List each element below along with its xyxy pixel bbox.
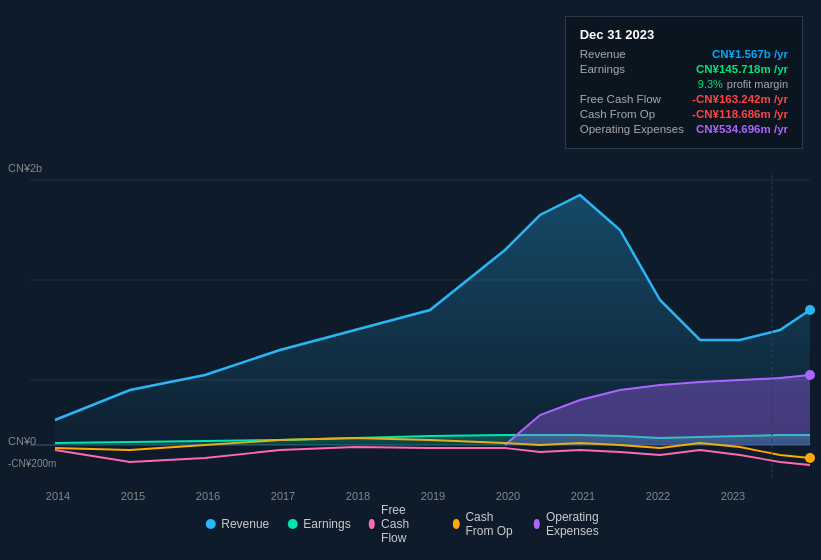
- legend-fcf[interactable]: Free Cash Flow: [369, 503, 435, 545]
- tooltip-profit-pct: 9.3%: [698, 78, 723, 90]
- tooltip-profit-label: profit margin: [727, 78, 788, 90]
- x-label-2015: 2015: [121, 490, 145, 502]
- x-label-2023: 2023: [721, 490, 745, 502]
- legend-opexp[interactable]: Operating Expenses: [534, 510, 616, 538]
- svg-point-7: [805, 305, 815, 315]
- tooltip-label-opexp: Operating Expenses: [580, 123, 684, 135]
- legend-dot-revenue: [205, 519, 215, 529]
- tooltip-label-earnings: Earnings: [580, 63, 625, 75]
- tooltip-label-cashfromop: Cash From Op: [580, 108, 655, 120]
- legend-revenue[interactable]: Revenue: [205, 517, 269, 531]
- svg-point-8: [805, 370, 815, 380]
- legend-cashfromop[interactable]: Cash From Op: [453, 510, 515, 538]
- x-label-2021: 2021: [571, 490, 595, 502]
- tooltip-value-fcf: -CN¥163.242m /yr: [692, 93, 788, 105]
- x-label-2014: 2014: [46, 490, 70, 502]
- tooltip-label-revenue: Revenue: [580, 48, 626, 60]
- chart-legend: Revenue Earnings Free Cash Flow Cash Fro…: [205, 503, 616, 545]
- y-label-neg: -CN¥200m: [8, 458, 56, 469]
- tooltip-row-opexp: Operating Expenses CN¥534.696m /yr: [580, 123, 788, 135]
- tooltip-box: Dec 31 2023 Revenue CN¥1.567b /yr Earnin…: [565, 16, 803, 149]
- tooltip-row-fcf: Free Cash Flow -CN¥163.242m /yr: [580, 93, 788, 105]
- x-label-2017: 2017: [271, 490, 295, 502]
- tooltip-value-revenue: CN¥1.567b /yr: [712, 48, 788, 60]
- x-label-2022: 2022: [646, 490, 670, 502]
- svg-point-9: [805, 453, 815, 463]
- legend-dot-opexp: [534, 519, 540, 529]
- legend-label-cashfromop: Cash From Op: [465, 510, 515, 538]
- legend-earnings[interactable]: Earnings: [287, 517, 350, 531]
- tooltip-row-cashfromop: Cash From Op -CN¥118.686m /yr: [580, 108, 788, 120]
- y-label-top: CN¥2b: [8, 162, 42, 174]
- x-label-2018: 2018: [346, 490, 370, 502]
- chart-container: CN¥2b CN¥0 -CN¥200m 2014 2015 2016 2017 …: [0, 0, 821, 560]
- tooltip-title: Dec 31 2023: [580, 27, 788, 42]
- tooltip-value-opexp: CN¥534.696m /yr: [696, 123, 788, 135]
- y-label-zero: CN¥0: [8, 435, 36, 447]
- x-label-2016: 2016: [196, 490, 220, 502]
- legend-dot-fcf: [369, 519, 375, 529]
- x-label-2019: 2019: [421, 490, 445, 502]
- tooltip-value-cashfromop: -CN¥118.686m /yr: [692, 108, 788, 120]
- legend-label-fcf: Free Cash Flow: [381, 503, 435, 545]
- legend-label-earnings: Earnings: [303, 517, 350, 531]
- legend-dot-cashfromop: [453, 519, 459, 529]
- x-label-2020: 2020: [496, 490, 520, 502]
- legend-label-opexp: Operating Expenses: [546, 510, 616, 538]
- tooltip-label-fcf: Free Cash Flow: [580, 93, 661, 105]
- legend-dot-earnings: [287, 519, 297, 529]
- legend-label-revenue: Revenue: [221, 517, 269, 531]
- tooltip-row-revenue: Revenue CN¥1.567b /yr: [580, 48, 788, 60]
- tooltip-profit-margin-row: 9.3% profit margin: [580, 78, 788, 90]
- tooltip-value-earnings: CN¥145.718m /yr: [696, 63, 788, 75]
- tooltip-row-earnings: Earnings CN¥145.718m /yr: [580, 63, 788, 75]
